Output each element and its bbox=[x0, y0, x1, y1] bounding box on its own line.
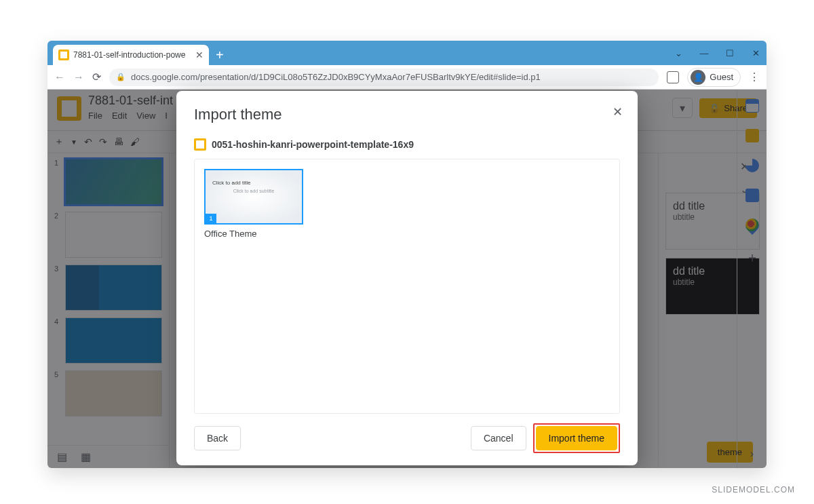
preview-title: Click to add title bbox=[212, 180, 250, 186]
selected-file-name: 0051-hoshin-kanri-powerpoint-template-16… bbox=[212, 139, 414, 150]
new-tab-button[interactable]: + bbox=[209, 45, 231, 65]
nav-reload-icon[interactable]: ⟳ bbox=[92, 71, 101, 83]
theme-preview: Click to add title Click to add subtitle… bbox=[204, 169, 303, 225]
theme-name: Office Theme bbox=[204, 229, 303, 239]
dialog-actions: Back Cancel Import theme bbox=[194, 423, 620, 453]
window-minimize-icon[interactable]: — bbox=[697, 48, 711, 58]
dialog-title: Import theme bbox=[194, 106, 620, 123]
slides-app: 7881-01-self-int File Edit View I ▾ 🔒 Sh… bbox=[47, 90, 767, 468]
callout-highlight: Import theme bbox=[533, 423, 620, 453]
dialog-close-icon[interactable]: ✕ bbox=[613, 104, 623, 119]
profile-label: Guest bbox=[710, 72, 733, 82]
preview-subtitle: Click to add subtitle bbox=[212, 189, 295, 193]
url-text: docs.google.com/presentation/d/1D9CiL08o… bbox=[131, 72, 541, 82]
profile-chip[interactable]: 👤 Guest bbox=[687, 68, 741, 87]
browser-titlebar: 7881-01-self-introduction-powe ✕ + ⌄ — ☐… bbox=[47, 41, 767, 65]
avatar-icon: 👤 bbox=[691, 70, 705, 85]
selected-file-row: 0051-hoshin-kanri-powerpoint-template-16… bbox=[194, 138, 620, 151]
theme-grid: Click to add title Click to add subtitle… bbox=[194, 159, 620, 414]
window-chevron-icon[interactable]: ⌄ bbox=[672, 48, 685, 58]
window-maximize-icon[interactable]: ☐ bbox=[723, 48, 737, 58]
import-theme-button[interactable]: Import theme bbox=[536, 426, 617, 450]
lock-icon: 🔒 bbox=[116, 73, 125, 81]
extensions-icon[interactable] bbox=[667, 71, 679, 83]
cancel-button[interactable]: Cancel bbox=[471, 426, 526, 450]
browser-toolbar: ← → ⟳ 🔒 docs.google.com/presentation/d/1… bbox=[47, 65, 767, 90]
watermark: SLIDEMODEL.COM bbox=[712, 485, 795, 495]
import-theme-dialog: Import theme ✕ 0051-hoshin-kanri-powerpo… bbox=[176, 91, 638, 465]
window-close-icon[interactable]: ✕ bbox=[749, 48, 762, 58]
slides-favicon-icon bbox=[58, 50, 69, 60]
browser-window: 7881-01-self-introduction-powe ✕ + ⌄ — ☐… bbox=[47, 41, 767, 468]
nav-back-icon[interactable]: ← bbox=[54, 71, 65, 83]
selected-badge: 1 bbox=[206, 214, 216, 223]
browser-tab[interactable]: 7881-01-self-introduction-powe ✕ bbox=[53, 45, 209, 65]
theme-option[interactable]: Click to add title Click to add subtitle… bbox=[204, 169, 303, 239]
tab-close-icon[interactable]: ✕ bbox=[195, 50, 204, 60]
back-button[interactable]: Back bbox=[194, 426, 241, 450]
browser-menu-icon[interactable]: ⋮ bbox=[749, 71, 760, 83]
nav-forward-icon[interactable]: → bbox=[73, 71, 84, 83]
slides-file-icon bbox=[194, 138, 206, 151]
window-controls: ⌄ — ☐ ✕ bbox=[672, 41, 762, 65]
tab-title: 7881-01-self-introduction-powe bbox=[73, 50, 185, 60]
address-bar[interactable]: 🔒 docs.google.com/presentation/d/1D9CiL0… bbox=[109, 69, 659, 86]
